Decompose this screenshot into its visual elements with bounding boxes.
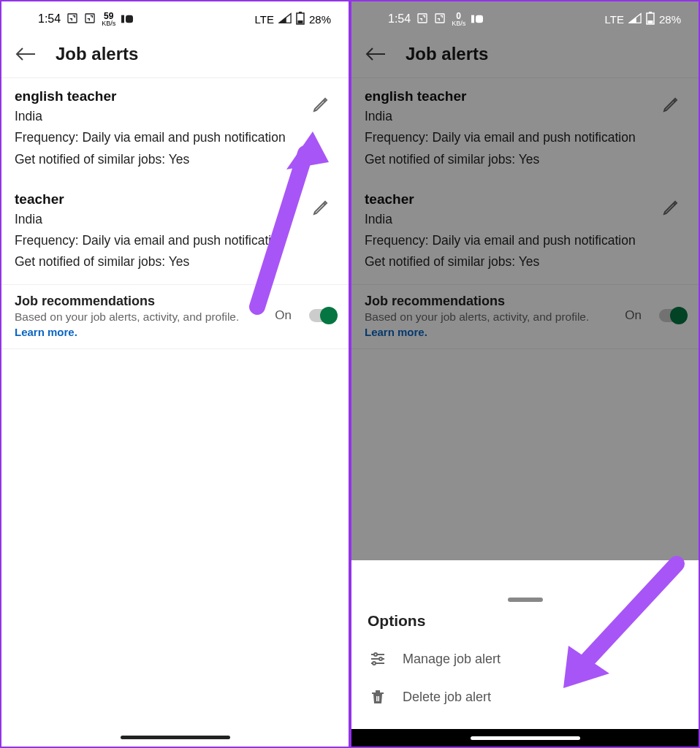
cast-icon-1 — [66, 12, 78, 26]
battery-pct: 28% — [309, 13, 331, 26]
alert-card-0[interactable]: english teacher India Frequency: Daily v… — [1, 78, 349, 181]
svg-rect-3 — [126, 15, 133, 23]
back-icon[interactable] — [15, 47, 35, 61]
android-nav-bar — [351, 729, 699, 747]
phone-left: 1:54 59 KB/s LTE 28% — [0, 0, 350, 748]
status-bar: 1:54 0 KB/s LTE 28% — [351, 1, 699, 34]
signal-icon — [628, 12, 642, 26]
status-bar: 1:54 59 KB/s LTE 28% — [1, 1, 349, 34]
battery-pct: 28% — [659, 13, 681, 26]
svg-point-17 — [373, 662, 376, 665]
alert-similar: Get notified of similar jobs: Yes — [15, 252, 335, 271]
svg-rect-11 — [476, 15, 483, 23]
status-time: 1:54 — [38, 12, 61, 26]
alert-similar: Get notified of similar jobs: Yes — [15, 150, 335, 169]
pencil-icon[interactable] — [312, 96, 330, 113]
alert-frequency: Frequency: Daily via email and push noti… — [15, 231, 335, 250]
svg-rect-18 — [376, 696, 378, 701]
sheet-handle[interactable] — [508, 598, 543, 602]
id-icon — [121, 13, 133, 26]
alert-location: India — [15, 210, 335, 229]
app-bar: Job alerts — [1, 34, 349, 78]
trash-icon — [369, 688, 387, 706]
alert-title: teacher — [15, 191, 335, 207]
network-label: LTE — [255, 13, 274, 26]
modal-scrim[interactable] — [351, 1, 699, 560]
alert-frequency: Frequency: Daily via email and push noti… — [15, 128, 335, 147]
sheet-item-label: Manage job alert — [403, 652, 501, 667]
reco-toggle[interactable] — [309, 309, 335, 322]
delete-job-alert-item[interactable]: Delete job alert — [351, 678, 699, 716]
svg-rect-6 — [297, 20, 303, 23]
network-label: LTE — [605, 13, 624, 26]
status-time: 1:54 — [388, 12, 411, 26]
reco-subtitle: Based on your job alerts, activity, and … — [15, 310, 267, 324]
svg-rect-10 — [471, 15, 474, 23]
sheet-item-label: Delete job alert — [403, 690, 491, 705]
alert-title: english teacher — [15, 88, 335, 104]
data-rate: 0 KB/s — [452, 12, 465, 27]
options-sheet: Options Manage job alert Delete — [351, 587, 699, 729]
data-rate: 59 KB/s — [102, 12, 115, 27]
svg-rect-13 — [649, 12, 652, 13]
manage-job-alert-item[interactable]: Manage job alert — [351, 640, 699, 678]
pencil-icon[interactable] — [312, 199, 330, 216]
svg-rect-2 — [121, 15, 124, 23]
alert-card-1[interactable]: teacher India Frequency: Daily via email… — [1, 181, 349, 284]
battery-icon — [296, 12, 305, 27]
svg-point-16 — [379, 657, 382, 660]
signal-icon — [278, 12, 292, 26]
cast-icon-2 — [84, 12, 96, 26]
phone-right: 1:54 0 KB/s LTE 28% — [350, 0, 700, 748]
reco-title: Job recommendations — [15, 294, 267, 309]
sliders-icon — [369, 650, 387, 668]
svg-rect-5 — [299, 12, 302, 13]
learn-more-link[interactable]: Learn more. — [15, 326, 267, 338]
job-recommendations-row: Job recommendations Based on your job al… — [1, 284, 349, 349]
svg-rect-14 — [647, 20, 653, 23]
svg-point-15 — [374, 653, 377, 656]
reco-state: On — [275, 308, 292, 323]
alert-location: India — [15, 107, 335, 126]
svg-rect-19 — [378, 696, 380, 701]
id-icon — [471, 13, 483, 26]
cast-icon-2 — [434, 12, 446, 26]
page-title: Job alerts — [56, 44, 138, 64]
battery-icon — [646, 12, 655, 27]
sheet-title: Options — [351, 612, 699, 640]
android-nav-pill — [121, 736, 230, 739]
cast-icon-1 — [416, 12, 428, 26]
